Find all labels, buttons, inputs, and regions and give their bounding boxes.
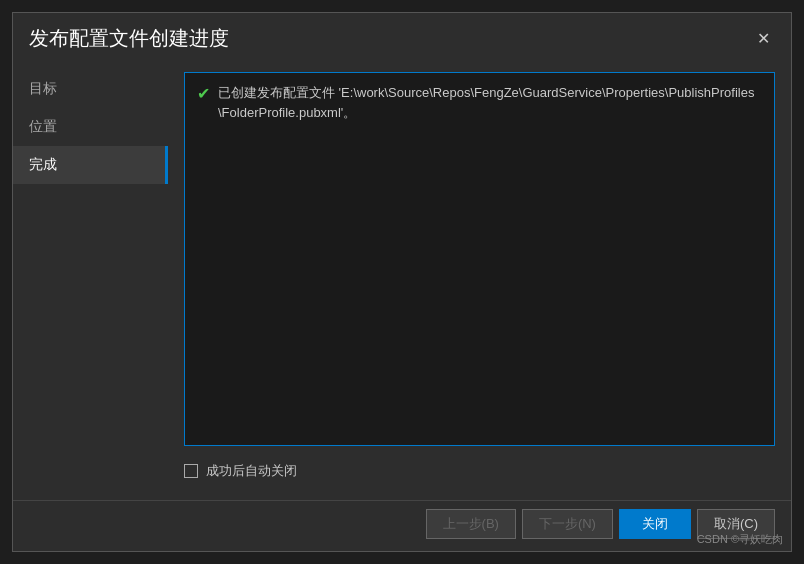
dialog-body: 目标 位置 完成 ✔ 已创建发布配置文件 'E:\work\Source\Rep…	[13, 60, 791, 500]
title-bar: 发布配置文件创建进度 ✕	[13, 13, 791, 60]
auto-close-row: 成功后自动关闭	[184, 458, 775, 488]
sidebar-item-target[interactable]: 目标	[13, 70, 168, 108]
sidebar-item-location[interactable]: 位置	[13, 108, 168, 146]
output-text: 已创建发布配置文件 'E:\work\Source\Repos\FengZe\G…	[218, 83, 762, 122]
success-icon: ✔	[197, 84, 210, 103]
dialog-title: 发布配置文件创建进度	[29, 25, 229, 52]
output-line: ✔ 已创建发布配置文件 'E:\work\Source\Repos\FengZe…	[197, 83, 762, 122]
dialog-footer: 上一步(B) 下一步(N) 关闭 取消(C)	[13, 500, 791, 551]
main-dialog: 发布配置文件创建进度 ✕ 目标 位置 完成 ✔ 已创建发布配置文件 'E:\wo…	[12, 12, 792, 552]
sidebar: 目标 位置 完成	[13, 60, 168, 500]
output-area: ✔ 已创建发布配置文件 'E:\work\Source\Repos\FengZe…	[184, 72, 775, 446]
prev-button[interactable]: 上一步(B)	[426, 509, 516, 539]
close-button[interactable]: 关闭	[619, 509, 691, 539]
auto-close-label: 成功后自动关闭	[206, 462, 297, 480]
watermark: CSDN ©寻妖吃肉	[697, 532, 783, 547]
next-button[interactable]: 下一步(N)	[522, 509, 613, 539]
auto-close-checkbox[interactable]	[184, 464, 198, 478]
close-icon[interactable]: ✕	[751, 27, 775, 51]
main-content: ✔ 已创建发布配置文件 'E:\work\Source\Repos\FengZe…	[168, 60, 791, 500]
sidebar-item-complete[interactable]: 完成	[13, 146, 168, 184]
